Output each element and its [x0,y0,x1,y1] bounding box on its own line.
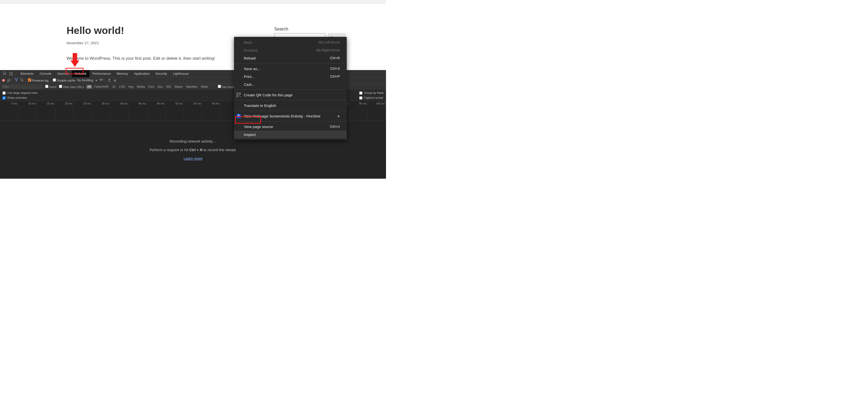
timeline-tick: 25 ms [73,101,92,121]
group-by-frame-checkbox[interactable]: Group by frame [359,91,383,95]
invert-checkbox[interactable]: Invert [45,85,57,89]
separator [51,78,51,82]
device-toggle-icon[interactable] [9,71,13,76]
tab-memory[interactable]: Memory [114,70,131,77]
tab-sources[interactable]: Sources [54,70,72,77]
filter-type-wasm[interactable]: Wasm [173,85,184,89]
svg-point-3 [21,79,23,81]
throttling-select[interactable]: No throttling ▾ [77,79,97,82]
inspect-element-icon[interactable] [2,71,7,76]
svg-point-5 [101,81,102,81]
svg-rect-9 [239,93,241,94]
filter-type-fetch-xhr[interactable]: Fetch/XHR [93,85,110,89]
network-conditions-icon[interactable] [99,78,103,83]
svg-line-4 [22,80,23,81]
hint-text: Perform a request or hit Ctrl + R to rec… [150,148,237,152]
capture-screenshots-checkbox[interactable]: Capture screenshots [359,96,383,100]
large-rows-checkbox[interactable]: Use large request rows [2,91,150,95]
disable-cache-checkbox[interactable]: Disable cache [53,78,75,82]
fireshot-icon [237,114,241,118]
timeline-tick: 50 ms [165,101,184,121]
upload-har-icon[interactable] [107,78,111,83]
timeline-tick: 100 ms [368,101,386,121]
svg-rect-11 [239,95,240,96]
context-view-page-source[interactable]: View page sourceCtrl+U [234,123,347,131]
timeline-tick: 55 ms [184,101,202,121]
preserve-log-checkbox[interactable]: Preserve log [28,78,49,82]
timeline-tick: 15 ms [37,101,55,121]
separator [12,78,12,82]
recording-text: Recording network activity… [170,139,216,143]
timeline-tick: 35 ms [110,101,129,121]
context-separator [234,89,347,90]
tab-network[interactable]: Network [72,70,90,77]
timeline-tick: 60 ms [202,101,220,121]
search-label: Search [274,27,345,32]
clear-icon[interactable] [7,79,10,82]
tab-application[interactable]: Application [131,70,153,77]
search-icon[interactable] [20,78,24,83]
timeline-tick: 40 ms [129,101,147,121]
context-separator [234,121,347,121]
context-print[interactable]: Print...Ctrl+P [234,73,347,80]
tab-security[interactable]: Security [153,70,170,77]
show-overview-checkbox[interactable]: Show overview [2,96,150,100]
context-reload[interactable]: ReloadCtrl+R [234,54,347,62]
context-forward: ForwardAlt+Right Arrow [234,46,347,54]
filter-type-font[interactable]: Font [147,85,155,89]
svg-rect-12 [240,96,241,97]
filter-type-other[interactable]: Other [199,85,209,89]
timeline-tick: 5 ms [0,101,19,121]
filter-type-doc[interactable]: Doc [156,85,164,89]
filter-input[interactable] [1,85,43,89]
context-create-qr-code-for-this-page[interactable]: Create QR Code for this page [234,91,347,99]
filter-type-ws[interactable]: WS [165,85,172,89]
svg-rect-2 [11,73,12,75]
hide-data-urls-checkbox[interactable]: Hide data URLs [59,85,84,89]
filter-funnel-icon[interactable] [14,78,18,83]
learn-more-link[interactable]: Learn more [184,156,203,161]
tab-elements[interactable]: Elements [18,70,37,77]
filter-type-js[interactable]: JS [111,85,117,89]
filter-type-all[interactable]: All [86,85,92,89]
browser-top-bar [0,0,386,4]
tab-lighthouse[interactable]: Lighthouse [170,70,191,77]
context-cast[interactable]: Cast... [234,80,347,88]
tab-console[interactable]: Console [37,70,54,77]
context-save-as[interactable]: Save as...Ctrl+S [234,65,347,73]
svg-rect-8 [237,93,238,94]
filter-type-css[interactable]: CSS [118,85,126,89]
annotation-arrow [70,53,79,68]
timeline-tick: 10 ms [19,101,37,121]
filter-type-img[interactable]: Img [127,85,134,89]
filter-type-media[interactable]: Media [135,85,146,89]
context-separator [234,111,347,111]
context-back: BackAlt+Left Arrow [234,38,347,46]
timeline-tick: 20 ms [55,101,74,121]
timeline-tick: 45 ms [147,101,165,121]
timeline-tick: 95 ms [349,101,368,121]
qr-icon [237,93,241,97]
context-inspect[interactable]: Inspect [234,131,347,138]
record-icon[interactable] [2,79,5,82]
svg-rect-10 [237,95,238,97]
context-translate-to-english[interactable]: Translate to English [234,102,347,109]
context-separator [234,63,347,63]
tab-performance[interactable]: Performance [89,70,114,77]
timeline-tick: 30 ms [92,101,110,121]
context-menu: BackAlt+Left ArrowForwardAlt+Right Arrow… [234,37,347,140]
context-take-webpage-screenshots-entirely-fireshot[interactable]: Take Webpage Screenshots Entirely - Fire… [234,112,347,120]
download-har-icon[interactable] [113,78,117,83]
filter-type-manifest[interactable]: Manifest [185,85,198,89]
